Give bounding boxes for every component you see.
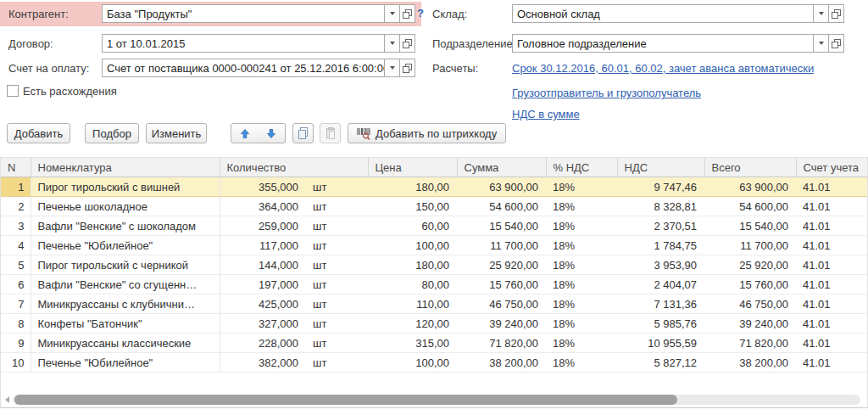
table-row[interactable]: 8Конфеты "Батончик"327,000шт120,0039 240… — [1, 314, 867, 334]
table-cell[interactable]: 10 955,59 — [617, 334, 704, 353]
table-cell[interactable]: 15 540,00 — [704, 216, 796, 236]
table-cell[interactable]: 8 328,81 — [617, 197, 704, 216]
table-cell[interactable]: 18% — [546, 334, 617, 353]
row-number-cell[interactable]: 8 — [1, 314, 31, 334]
table-cell[interactable]: 120,00 — [368, 314, 457, 334]
row-number-cell[interactable]: 1 — [1, 177, 31, 197]
table-row[interactable]: 3Вафли "Венские" с шоколадом259,000шт60,… — [1, 216, 867, 236]
table-row[interactable]: 9Миникруассаны классические228,000шт315,… — [1, 334, 867, 353]
table-cell[interactable]: 46 750,00 — [457, 294, 546, 314]
table-cell[interactable]: 39 240,00 — [457, 314, 546, 334]
paste-rows-button[interactable] — [320, 123, 341, 143]
table-cell[interactable]: 180,00 — [368, 177, 457, 197]
table-cell[interactable]: 7 131,36 — [617, 294, 704, 314]
table-cell[interactable]: 259,000 — [220, 216, 306, 236]
table-cell[interactable]: 9 747,46 — [617, 177, 704, 197]
department-value[interactable]: Головное подразделение — [513, 35, 813, 52]
table-cell[interactable]: Вафли "Венские" с шоколадом — [31, 216, 220, 236]
table-row[interactable]: 1Пирог тирольский с вишней355,000шт180,0… — [1, 177, 867, 197]
table-cell[interactable]: 54 600,00 — [457, 197, 546, 216]
row-number-cell[interactable]: 9 — [1, 334, 31, 353]
table-cell[interactable]: 382,000 — [220, 353, 306, 373]
table-cell[interactable]: Печенье "Юбилейное" — [31, 236, 220, 255]
table-cell[interactable]: 100,00 — [368, 353, 457, 373]
table-cell[interactable]: 5 827,12 — [617, 353, 704, 373]
contract-field[interactable]: 1 от 10.01.2015 — [102, 34, 415, 53]
row-number-cell[interactable]: 5 — [1, 255, 31, 275]
invoice-field[interactable]: Счет от поставщика 0000-000241 от 25.12.… — [102, 59, 415, 77]
department-field[interactable]: Головное подразделение — [512, 34, 844, 53]
counterparty-dropdown-button[interactable] — [384, 5, 399, 22]
table-cell[interactable]: 5 985,76 — [617, 314, 704, 334]
header-nomenclature[interactable]: Номенклатура — [31, 158, 220, 177]
contract-dropdown-button[interactable] — [384, 35, 399, 52]
table-cell[interactable]: Печенье шоколадное — [31, 197, 220, 216]
table-cell[interactable]: 3 953,90 — [617, 255, 704, 275]
edit-button[interactable]: Изменить — [146, 123, 207, 143]
counterparty-field[interactable]: База "Продукты" — [102, 4, 415, 23]
table-cell[interactable]: 41.01 — [796, 177, 867, 197]
settlements-terms-link[interactable]: Срок 30.12.2016, 60.01, 60.02, зачет ава… — [512, 62, 814, 75]
table-cell[interactable]: 39 240,00 — [704, 314, 796, 334]
table-cell[interactable]: 71 820,00 — [457, 334, 546, 353]
counterparty-value[interactable]: База "Продукты" — [103, 5, 384, 22]
add-by-barcode-button[interactable]: Добавить по штрихкоду — [348, 123, 506, 143]
table-cell[interactable]: 1 784,75 — [617, 236, 704, 255]
table-cell[interactable]: 38 200,00 — [704, 353, 796, 373]
horizontal-scrollbar[interactable] — [4, 395, 862, 405]
copy-rows-button[interactable] — [292, 123, 314, 143]
department-dropdown-button[interactable] — [813, 35, 828, 52]
discrepancies-checkbox[interactable] — [7, 85, 19, 97]
table-cell[interactable]: 80,00 — [368, 275, 457, 294]
row-number-cell[interactable]: 3 — [1, 216, 31, 236]
table-cell[interactable]: 46 750,00 — [704, 294, 796, 314]
table-cell[interactable]: Пирог тирольский с черникой — [31, 255, 220, 275]
table-cell[interactable]: 54 600,00 — [704, 197, 796, 216]
table-cell[interactable]: 144,000 — [220, 255, 306, 275]
table-cell[interactable]: 180,00 — [368, 255, 457, 275]
add-button[interactable]: Добавить — [7, 123, 70, 143]
table-cell[interactable]: шт — [306, 294, 368, 314]
header-quantity[interactable]: Количество — [220, 158, 368, 177]
consignor-consignee-link[interactable]: Грузоотправитель и грузополучатель — [512, 87, 701, 99]
row-number-cell[interactable]: 4 — [1, 236, 31, 255]
table-cell[interactable]: шт — [306, 216, 368, 236]
table-cell[interactable]: шт — [306, 255, 368, 275]
table-cell[interactable]: 15 760,00 — [457, 275, 546, 294]
table-cell[interactable]: 71 820,00 — [704, 334, 796, 353]
table-row[interactable]: 10Печенье "Юбилейное"382,000шт100,0038 2… — [1, 353, 867, 373]
table-cell[interactable]: 197,000 — [220, 275, 306, 294]
warehouse-dropdown-button[interactable] — [813, 5, 828, 22]
header-vat-percent[interactable]: % НДС — [546, 158, 617, 177]
table-cell[interactable]: 63 900,00 — [457, 177, 546, 197]
contract-value[interactable]: 1 от 10.01.2015 — [103, 35, 384, 52]
table-cell[interactable]: Миникруассаны с клубнични… — [31, 294, 220, 314]
table-row[interactable]: 6Вафли "Венские" со сгущенн…197,000шт80,… — [1, 275, 867, 294]
table-cell[interactable]: 15 540,00 — [457, 216, 546, 236]
table-cell[interactable]: 228,000 — [220, 334, 306, 353]
header-price[interactable]: Цена — [368, 158, 457, 177]
table-cell[interactable]: шт — [306, 334, 368, 353]
table-cell[interactable]: шт — [306, 353, 368, 373]
table-cell[interactable]: 2 404,07 — [617, 275, 704, 294]
invoice-dropdown-button[interactable] — [384, 59, 399, 76]
warehouse-open-button[interactable] — [828, 5, 843, 22]
table-row[interactable]: 4Печенье "Юбилейное"117,000шт100,0011 70… — [1, 236, 867, 255]
table-cell[interactable]: 18% — [546, 197, 617, 216]
table-cell[interactable]: 18% — [546, 294, 617, 314]
warehouse-field[interactable]: Основной склад — [512, 4, 844, 23]
invoice-open-button[interactable] — [399, 59, 415, 76]
table-cell[interactable]: Миникруассаны классические — [31, 334, 220, 353]
table-cell[interactable]: 41.01 — [796, 197, 867, 216]
header-n[interactable]: N — [1, 158, 31, 177]
row-number-cell[interactable]: 6 — [1, 275, 31, 294]
department-open-button[interactable] — [828, 35, 843, 52]
table-cell[interactable]: 41.01 — [796, 334, 867, 353]
table-cell[interactable]: шт — [306, 177, 368, 197]
table-cell[interactable]: 38 200,00 — [457, 353, 546, 373]
table-cell[interactable]: 18% — [546, 353, 617, 373]
table-cell[interactable]: 25 920,00 — [457, 255, 546, 275]
header-vat[interactable]: НДС — [617, 158, 704, 177]
table-cell[interactable]: 41.01 — [796, 314, 867, 334]
scroll-left-icon[interactable] — [5, 396, 9, 403]
